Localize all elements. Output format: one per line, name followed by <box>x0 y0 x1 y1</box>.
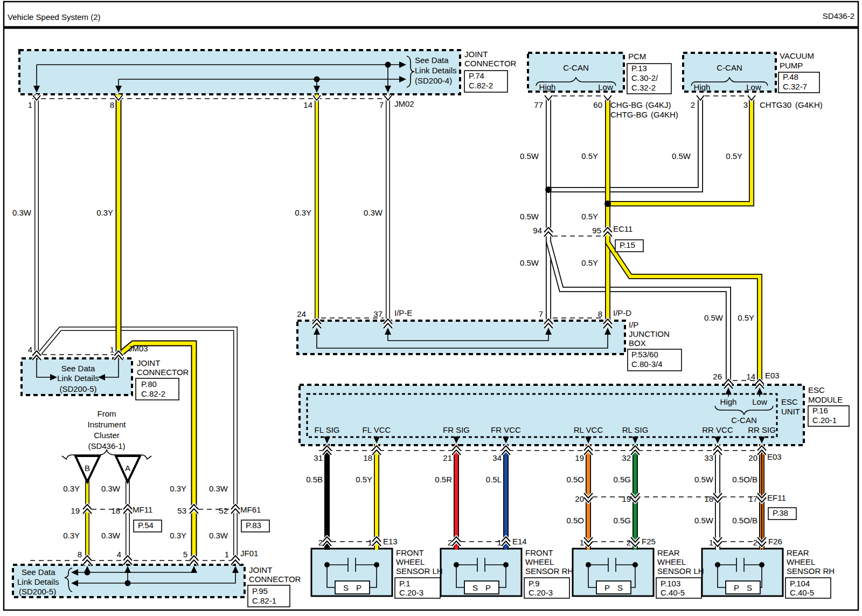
wheel-sensors-ef11-id: EF11 <box>767 493 786 502</box>
jf01-see-1: See Data <box>22 567 55 577</box>
esc-n-31: 31 <box>314 453 323 462</box>
vacuum-pump-low: Low <box>746 82 761 92</box>
instrument-cluster-w2: 0.3W <box>101 484 121 493</box>
pcm-pin-60: 60 <box>593 100 602 109</box>
esc-conn-ref: C.20-1 <box>812 416 837 425</box>
instrument-cluster-w5: 0.3Y <box>63 531 80 540</box>
jm02-pin-1: 1 <box>28 100 32 109</box>
sp-box-rlh <box>596 581 631 594</box>
esc-p-rrsig: RR SIG <box>748 425 776 434</box>
page-code: SD436-2 <box>823 11 854 20</box>
wheel-sensors-e13-pin-2: 2 <box>318 538 323 547</box>
sp-box-flh <box>335 581 370 594</box>
vacuum-pump-bus: C-CAN <box>717 63 742 72</box>
pcm-conn-ref-2: C.32-2 <box>631 83 656 92</box>
esc-e03-top-id: E03 <box>765 371 780 380</box>
jf01-id: JF01 <box>240 549 258 558</box>
esc-n-32: 32 <box>622 453 631 462</box>
vacuum-pump-high: High <box>694 82 711 92</box>
instrument-cluster-mf11-pin-18: 18 <box>111 506 120 515</box>
esc-p-frvcc: FR VCC <box>491 425 521 434</box>
jf01-see-2: Link Details <box>17 577 59 586</box>
wheel-sensors-flh-1: FRONT <box>396 548 424 557</box>
wheel-sensors-g7: 0.5W <box>694 475 714 484</box>
wheel-sensors-g1: 0.5B <box>306 475 323 484</box>
jf01-conn-ref: C.82-1 <box>252 596 276 605</box>
can-wires-ec11-ref: P.15 <box>620 240 635 250</box>
wheel-sensors-flh-3: SENSOR LH <box>396 566 443 576</box>
can-wires-ec11-pin-94: 94 <box>533 226 542 235</box>
instrument-cluster-mf11-pin-19: 19 <box>71 506 80 515</box>
wheel-sensors-rlh-1: REAR <box>657 548 680 557</box>
wheel-sensors-frh-2: WHEEL <box>525 557 554 566</box>
instrument-cluster-from-3: Cluster <box>94 431 120 440</box>
wheel-sensors-flh-conn: C.20-3 <box>399 588 423 597</box>
wiring-diagram-page: Vehicle Speed System (2) SD436-2 <box>0 0 862 616</box>
jf01-pin-4: 4 <box>117 550 121 559</box>
instrument-cluster-w8: 0.3W <box>209 531 228 540</box>
wheel-sensors-ef11-pin-20: 20 <box>575 494 584 503</box>
wheel-sensors-g5: 0.5O <box>566 475 584 484</box>
esc-low: Low <box>752 397 767 406</box>
can-wires-w6: 0.5Y <box>581 212 598 221</box>
instrument-cluster-tri-a: A <box>125 463 130 473</box>
can-wires-w9: 0.5W <box>704 313 724 322</box>
wheel-sensors-frh-ref: P.9 <box>529 579 540 588</box>
ip-junction-pin-24: 24 <box>297 309 306 319</box>
wheel-sensors-flh-2: WHEEL <box>396 557 425 566</box>
jm03-pin-1: 1 <box>110 345 114 354</box>
esc-page-ref: P.16 <box>812 406 828 415</box>
esc-p-rlsig: RL SIG <box>622 425 649 434</box>
esc-e03-bottom-id: E03 <box>767 452 782 461</box>
can-wires-ec11-id: EC11 <box>613 224 632 233</box>
pcm-page-ref: P.13 <box>631 64 647 73</box>
wheel-sensors-frh-1: FRONT <box>525 548 553 557</box>
can-wires-w5: 0.5W <box>520 212 539 221</box>
page-title: Vehicle Speed System (2) <box>8 12 101 22</box>
jm03-see-1: See Data <box>61 364 95 373</box>
ip-junction-page-ref: P.53/60 <box>631 350 658 359</box>
instrument-cluster-w1: 0.3Y <box>63 484 80 493</box>
wheel-sensors-e13-pin-1: 1 <box>368 538 372 547</box>
wheel-sensors-rrh-ref: P.104 <box>790 579 810 588</box>
vacuum-pump-title-1: VACUUM <box>780 51 814 60</box>
wheel-sensors-rrh-conn: C.40-5 <box>790 588 814 597</box>
wheel-sensors-g12: 0.5O/B <box>732 516 757 525</box>
esc-p-flsig: FL SIG <box>315 425 340 434</box>
jm02-see-1: See Data <box>415 56 449 65</box>
wheel-sensors-ef11-pin-18: 18 <box>704 494 713 503</box>
wheel-sensors-flh-ref: P.1 <box>399 579 411 588</box>
jf01-title-2: CONNECTOR <box>249 575 301 584</box>
jm02-wire-4: 0.3W <box>364 208 383 217</box>
jm02-title-2: CONNECTOR <box>464 59 517 68</box>
jm02-pin-8: 8 <box>110 100 114 109</box>
pcm-low: Low <box>598 82 613 92</box>
wheel-sensors-ef11-ref: P.38 <box>773 508 788 517</box>
jm02-wire-3: 0.3Y <box>295 208 311 217</box>
pcm-conn-ref-1: C.30-2/ <box>631 73 658 82</box>
can-wires-ec11-pin-95: 95 <box>592 226 601 235</box>
wheel-sensors-e14-pin-2: 2 <box>448 538 452 547</box>
pcm-wirename-1b: (G4KJ) <box>645 100 671 109</box>
vacuum-pump-pin-3: 3 <box>743 100 748 109</box>
esc-p-flvcc: FL VCC <box>363 425 391 434</box>
jm02-joint-connector-box <box>19 50 460 94</box>
wheel-sensors-rlh-conn: C.40-5 <box>661 588 685 597</box>
wheel-sensors-rlh-s: S <box>617 583 623 592</box>
pcm-wirename-1: CHG-BG <box>610 100 643 109</box>
esc-high: High <box>720 397 737 406</box>
pcm-high: High <box>539 82 556 92</box>
wheel-sensors-f25-id: F25 <box>642 537 656 546</box>
ip-junction-pin-7: 7 <box>539 309 543 319</box>
wheel-sensors-rrh-3: SENSOR RH <box>787 566 835 576</box>
wheel-sensors-rrh-s: S <box>747 583 752 592</box>
can-wires-w4: 0.5Y <box>726 151 742 161</box>
jm03-page-ref: P.80 <box>141 379 157 389</box>
esc-n-33: 33 <box>704 453 713 462</box>
jm03-pin-4: 4 <box>28 345 32 354</box>
pcm-title: PCM <box>628 52 646 61</box>
wheel-sensors-rlh-p: P <box>604 583 610 592</box>
vacuum-pump-wirename: CHTG30 <box>760 100 791 109</box>
esc-n-19: 19 <box>575 453 584 462</box>
instrument-cluster-w6: 0.3W <box>101 531 121 540</box>
